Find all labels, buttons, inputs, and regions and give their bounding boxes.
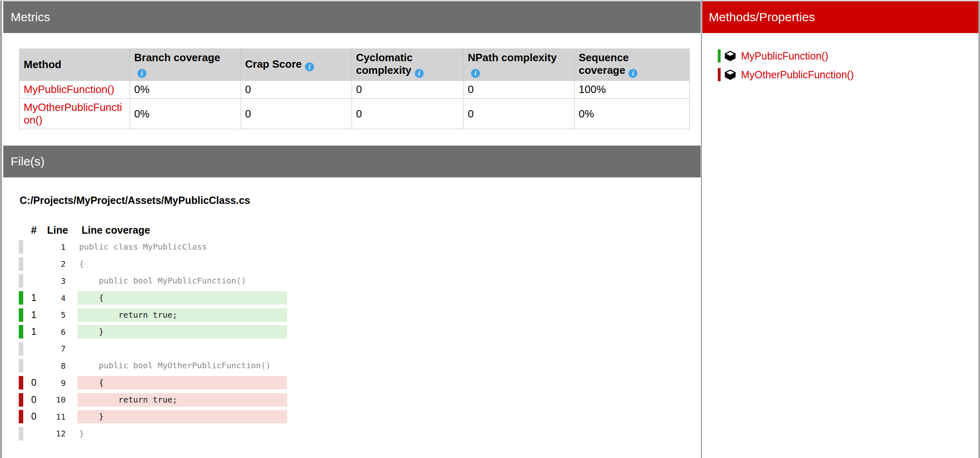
line-number: 12 <box>42 429 66 438</box>
code-text <box>77 342 287 356</box>
coverage-indicator-bar <box>19 308 23 322</box>
method-link[interactable]: MyOtherPublicFunction() <box>24 101 122 126</box>
code-table-header: # Line Line coverage <box>15 224 150 236</box>
code-text: } <box>77 427 287 440</box>
metrics-title: Metrics <box>11 10 50 24</box>
code-line-row: 1 6 } <box>15 323 287 341</box>
hit-count: 0 <box>26 377 42 388</box>
metrics-table-row: MyOtherPublicFunction() 0% 0 0 0 0% <box>20 98 690 129</box>
coverage-indicator-bar <box>19 274 23 288</box>
code-text: } <box>77 410 287 423</box>
coverage-indicator-bar <box>19 393 23 407</box>
code-text: return true; <box>77 308 287 322</box>
coverage-indicator-bar <box>19 240 23 254</box>
code-text: { <box>77 257 287 271</box>
coverage-indicator-bar <box>19 376 23 389</box>
branch-coverage-cell: 0% <box>130 98 241 129</box>
line-number: 1 <box>42 242 66 252</box>
info-icon[interactable]: i <box>628 69 637 78</box>
line-number: 4 <box>42 293 66 303</box>
window-top-edge <box>0 0 980 1</box>
coverage-indicator-bar <box>19 325 23 339</box>
column-header-branch-coverage: Branch coverage i <box>130 49 241 81</box>
window-left-edge <box>0 1 2 458</box>
hit-count: 0 <box>26 394 42 405</box>
methods-section-header: Methods/Properties <box>702 1 978 33</box>
coverage-indicator-bar <box>19 257 23 271</box>
method-list-item[interactable]: MyOtherPublicFunction() <box>702 65 978 84</box>
code-lines: 1 public class MyPublicClass 2 { 3 publi… <box>15 239 287 442</box>
branch-coverage-cell: 0% <box>130 80 241 98</box>
method-link[interactable]: MyPublicFunction() <box>24 83 115 95</box>
method-cube-icon <box>725 70 736 80</box>
sequence-coverage-cell: 100% <box>575 80 690 98</box>
info-icon[interactable]: i <box>137 69 146 78</box>
method-list-item[interactable]: MyPublicFunction() <box>702 46 978 65</box>
code-line-row: 2 { <box>15 256 287 273</box>
method-link[interactable]: MyOtherPublicFunction() <box>741 69 854 81</box>
code-line-row: 1 5 return true; <box>15 306 287 323</box>
npath-complexity-cell: 0 <box>464 80 575 98</box>
method-list: MyPublicFunction() MyOtherPublicFunction… <box>702 46 978 84</box>
code-line-row: 0 11 } <box>15 408 287 425</box>
line-coverage-column-header: Line coverage <box>80 224 150 236</box>
line-number: 7 <box>42 344 66 354</box>
hit-count: 1 <box>26 292 42 303</box>
method-cell: MyOtherPublicFunction() <box>20 98 130 129</box>
cyclomatic-complexity-cell: 0 <box>352 98 464 129</box>
line-number: 6 <box>42 327 66 337</box>
column-header-sequence-coverage: Sequence coveragei <box>575 49 690 81</box>
code-text: public bool MyPublicFunction() <box>77 274 287 288</box>
coverage-indicator-bar <box>19 342 23 356</box>
code-line-row: 1 public class MyPublicClass <box>15 239 287 256</box>
method-link[interactable]: MyPublicFunction() <box>741 50 828 62</box>
code-line-row: 12 } <box>15 425 287 443</box>
hit-count: 1 <box>26 326 42 337</box>
coverage-report-page: Metrics Method Branch coverage i Crap Sc… <box>0 0 980 458</box>
line-number: 8 <box>42 361 66 371</box>
code-text: { <box>77 291 287 305</box>
column-header-crap-score: Crap Scorei <box>241 49 352 81</box>
coverage-indicator-bar <box>19 291 23 305</box>
hits-column-header: # <box>26 224 42 236</box>
coverage-indicator-bar <box>718 49 721 62</box>
window-right-edge <box>978 1 980 458</box>
code-line-row: 8 public bool MyOtherPublicFunction() <box>15 357 287 374</box>
methods-panel: Methods/Properties MyPublicFunction() My… <box>702 1 978 457</box>
code-text: return true; <box>77 393 287 407</box>
line-column-header: Line <box>44 224 68 236</box>
files-section-header: File(s) <box>3 146 701 177</box>
line-number: 10 <box>42 395 66 405</box>
column-header-npath-complexity: NPath complexity i <box>464 49 575 81</box>
crap-score-cell: 0 <box>241 80 352 98</box>
info-icon[interactable]: i <box>415 69 424 78</box>
code-text: { <box>77 376 287 389</box>
hit-count: 1 <box>26 310 42 321</box>
main-column: Metrics Method Branch coverage i Crap Sc… <box>3 1 701 457</box>
line-number: 11 <box>42 412 66 422</box>
metrics-section-header: Metrics <box>3 1 701 33</box>
code-line-row: 3 public bool MyPublicFunction() <box>15 272 287 290</box>
metrics-table-header-row: Method Branch coverage i Crap Scorei Cyc… <box>20 49 690 81</box>
code-text: } <box>77 325 287 339</box>
metrics-table: Method Branch coverage i Crap Scorei Cyc… <box>19 49 690 129</box>
coverage-indicator-bar <box>19 427 23 440</box>
column-header-cyclomatic-complexity: Cyclomatic complexityi <box>352 49 464 81</box>
info-icon[interactable]: i <box>305 62 314 71</box>
code-line-row: 0 9 { <box>15 374 287 392</box>
sequence-coverage-cell: 0% <box>575 98 690 129</box>
code-line-row: 0 10 return true; <box>15 391 287 408</box>
method-cube-icon <box>725 51 736 61</box>
panel-divider <box>701 0 702 458</box>
code-text: public bool MyOtherPublicFunction() <box>77 359 287 372</box>
code-line-row: 7 <box>15 341 287 358</box>
coverage-indicator-bar <box>718 68 721 81</box>
info-icon[interactable]: i <box>471 69 480 78</box>
files-title: File(s) <box>11 155 44 168</box>
npath-complexity-cell: 0 <box>464 98 575 129</box>
hit-count: 0 <box>26 411 42 422</box>
code-text: public class MyPublicClass <box>77 240 287 254</box>
code-line-row: 1 4 { <box>15 290 287 307</box>
line-number: 2 <box>42 259 66 269</box>
method-cell: MyPublicFunction() <box>20 80 130 98</box>
